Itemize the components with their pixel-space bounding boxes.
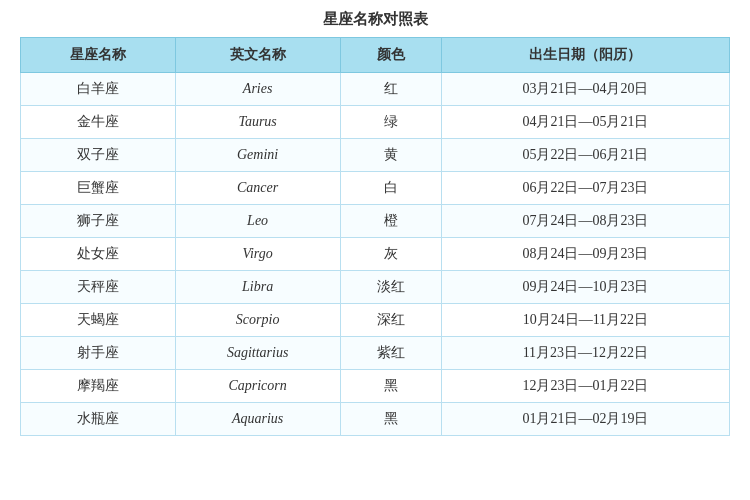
cell-english-name: Gemini: [175, 139, 340, 172]
cell-chinese-name: 狮子座: [21, 205, 176, 238]
cell-english-name: Capricorn: [175, 370, 340, 403]
table-row: 金牛座Taurus绿04月21日—05月21日: [21, 106, 730, 139]
table-row: 摩羯座Capricorn黑12月23日—01月22日: [21, 370, 730, 403]
cell-english-name: Libra: [175, 271, 340, 304]
cell-chinese-name: 摩羯座: [21, 370, 176, 403]
cell-color: 深红: [340, 304, 441, 337]
cell-color: 白: [340, 172, 441, 205]
cell-dates: 05月22日—06月21日: [441, 139, 729, 172]
page-title: 星座名称对照表: [20, 10, 730, 29]
header-english-name: 英文名称: [175, 38, 340, 73]
cell-english-name: Sagittarius: [175, 337, 340, 370]
table-row: 射手座Sagittarius紫红11月23日—12月22日: [21, 337, 730, 370]
table-row: 巨蟹座Cancer白06月22日—07月23日: [21, 172, 730, 205]
cell-dates: 01月21日—02月19日: [441, 403, 729, 436]
cell-english-name: Taurus: [175, 106, 340, 139]
cell-chinese-name: 白羊座: [21, 73, 176, 106]
cell-color: 紫红: [340, 337, 441, 370]
zodiac-table: 星座名称 英文名称 颜色 出生日期（阳历） 白羊座Aries红03月21日—04…: [20, 37, 730, 436]
cell-chinese-name: 金牛座: [21, 106, 176, 139]
cell-dates: 10月24日—11月22日: [441, 304, 729, 337]
cell-chinese-name: 水瓶座: [21, 403, 176, 436]
cell-color: 淡红: [340, 271, 441, 304]
cell-chinese-name: 双子座: [21, 139, 176, 172]
cell-chinese-name: 天蝎座: [21, 304, 176, 337]
cell-english-name: Scorpio: [175, 304, 340, 337]
cell-english-name: Leo: [175, 205, 340, 238]
header-dates: 出生日期（阳历）: [441, 38, 729, 73]
cell-english-name: Aries: [175, 73, 340, 106]
table-row: 水瓶座Aquarius黑01月21日—02月19日: [21, 403, 730, 436]
cell-chinese-name: 巨蟹座: [21, 172, 176, 205]
cell-color: 红: [340, 73, 441, 106]
cell-dates: 03月21日—04月20日: [441, 73, 729, 106]
table-row: 白羊座Aries红03月21日—04月20日: [21, 73, 730, 106]
table-row: 处女座Virgo灰08月24日—09月23日: [21, 238, 730, 271]
table-header-row: 星座名称 英文名称 颜色 出生日期（阳历）: [21, 38, 730, 73]
header-color: 颜色: [340, 38, 441, 73]
cell-color: 黄: [340, 139, 441, 172]
cell-dates: 04月21日—05月21日: [441, 106, 729, 139]
cell-chinese-name: 处女座: [21, 238, 176, 271]
header-chinese-name: 星座名称: [21, 38, 176, 73]
cell-chinese-name: 射手座: [21, 337, 176, 370]
table-row: 双子座Gemini黄05月22日—06月21日: [21, 139, 730, 172]
page-container: 星座名称对照表 星座名称 英文名称 颜色 出生日期（阳历） 白羊座Aries红0…: [0, 0, 750, 500]
cell-dates: 12月23日—01月22日: [441, 370, 729, 403]
cell-color: 绿: [340, 106, 441, 139]
cell-dates: 11月23日—12月22日: [441, 337, 729, 370]
cell-english-name: Cancer: [175, 172, 340, 205]
cell-color: 黑: [340, 370, 441, 403]
table-row: 天秤座Libra淡红09月24日—10月23日: [21, 271, 730, 304]
cell-dates: 09月24日—10月23日: [441, 271, 729, 304]
table-row: 狮子座Leo橙07月24日—08月23日: [21, 205, 730, 238]
cell-color: 黑: [340, 403, 441, 436]
cell-english-name: Virgo: [175, 238, 340, 271]
cell-color: 橙: [340, 205, 441, 238]
table-row: 天蝎座Scorpio深红10月24日—11月22日: [21, 304, 730, 337]
cell-color: 灰: [340, 238, 441, 271]
cell-dates: 08月24日—09月23日: [441, 238, 729, 271]
cell-chinese-name: 天秤座: [21, 271, 176, 304]
cell-dates: 06月22日—07月23日: [441, 172, 729, 205]
cell-dates: 07月24日—08月23日: [441, 205, 729, 238]
cell-english-name: Aquarius: [175, 403, 340, 436]
